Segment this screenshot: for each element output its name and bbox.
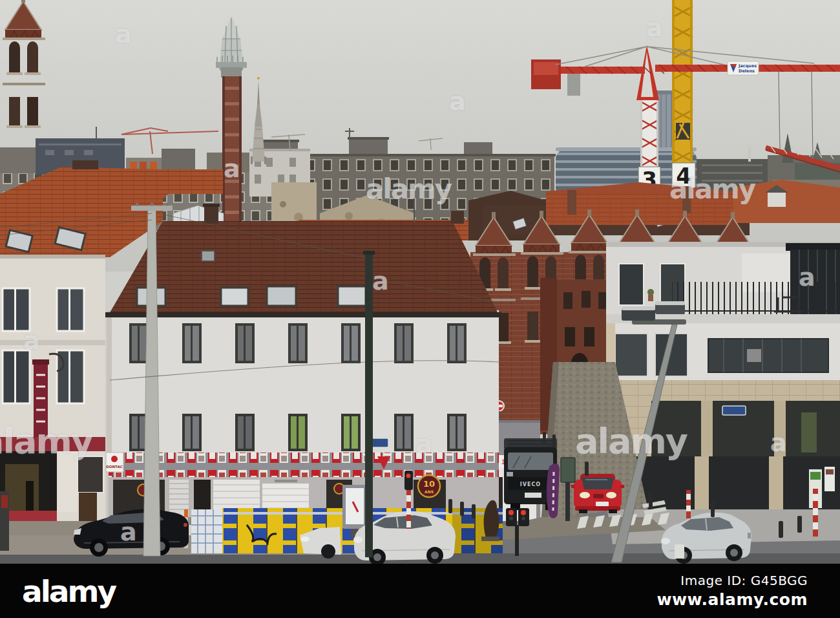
red-car [571,474,624,513]
alamy-url: www.alamy.com [656,590,808,609]
svg-text:10: 10 [423,479,435,489]
crane-jib-sign: Jacques Delens [728,61,759,75]
shop-poster-band [109,453,499,477]
feather-banner [547,464,560,518]
stock-photo-page: 4 Jacques Delens [0,0,840,618]
photo-cityscape: 4 Jacques Delens [0,0,840,564]
vertical-shop-sign [32,359,49,438]
ten-ans-badge: 10 ANS [418,475,440,497]
street-name-plate [370,438,388,447]
white-shop-building: 10 ANS DONTAC [105,198,501,525]
van-brand: IVECO [520,482,541,487]
svg-text:DONTAC: DONTAC [106,465,122,469]
image-id-label: Image ID: G45BGG [656,573,808,588]
svg-text:ANS: ANS [425,489,434,494]
crane-number-4: 4 [676,163,691,189]
alamy-footer-bar: alamy Image ID: G45BGG www.alamy.com [0,564,840,618]
svg-text:Jacques: Jacques [738,63,757,69]
yellow-tower-crane: 4 [672,0,695,217]
svg-text:Delens: Delens [739,69,755,74]
dontac-sign: DONTAC [106,453,123,472]
alamy-logo: alamy [22,576,115,606]
